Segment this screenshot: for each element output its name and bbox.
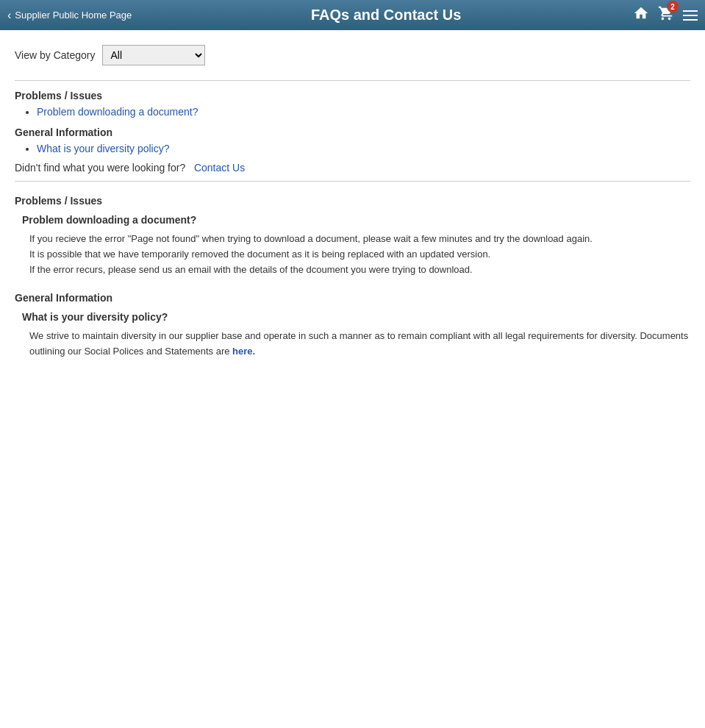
cart-badge: 2	[667, 1, 679, 13]
hamburger-icon	[683, 10, 698, 21]
toc-list-1: Problem downloading a document?	[15, 106, 690, 118]
contact-line: Didn't find what you were looking for? C…	[15, 162, 690, 174]
faq-question-2: What is your diversity policy?	[15, 311, 690, 323]
back-arrow-icon: ‹	[7, 9, 11, 22]
home-icon[interactable]	[633, 5, 649, 25]
diversity-link[interactable]: here.	[232, 346, 255, 357]
toc-section-2-heading: General Information	[15, 126, 690, 138]
detail-section-1-heading: Problems / Issues	[15, 195, 690, 207]
category-select[interactable]: All Problems / Issues General Informatio…	[102, 45, 205, 65]
contact-us-link[interactable]: Contact Us	[194, 162, 245, 174]
faq-question-1: Problem downloading a document?	[15, 214, 690, 226]
toc-list-2: What is your diversity policy?	[15, 143, 690, 154]
faq-answer-1: If you recieve the error "Page not found…	[15, 232, 690, 277]
divider-top	[15, 80, 690, 81]
list-item: What is your diversity policy?	[37, 143, 690, 154]
header-icons: 2	[633, 5, 698, 25]
detail-section-2-heading: General Information	[15, 292, 690, 304]
list-item: Problem downloading a document?	[37, 106, 690, 118]
toc-link-1[interactable]: Problem downloading a document?	[37, 106, 198, 118]
toc-section-1-heading: Problems / Issues	[15, 90, 690, 101]
divider-mid	[15, 181, 690, 182]
detail-section-1: Problems / Issues Problem downloading a …	[15, 195, 690, 277]
cart-icon[interactable]: 2	[658, 5, 674, 25]
faq-answer-2: We strive to maintain diversity in our s…	[15, 329, 690, 360]
filter-row: View by Category All Problems / Issues G…	[15, 45, 690, 65]
header: ‹ Supplier Public Home Page FAQs and Con…	[0, 0, 705, 30]
filter-label: View by Category	[15, 49, 95, 61]
faq-item-1: Problem downloading a document? If you r…	[15, 214, 690, 277]
back-button[interactable]: ‹ Supplier Public Home Page	[7, 9, 132, 22]
faq-item-2: What is your diversity policy? We strive…	[15, 311, 690, 360]
back-label: Supplier Public Home Page	[15, 10, 132, 21]
main-content: View by Category All Problems / Issues G…	[0, 30, 705, 389]
menu-icon[interactable]	[683, 10, 698, 21]
detail-section-2: General Information What is your diversi…	[15, 292, 690, 360]
toc-link-2[interactable]: What is your diversity policy?	[37, 143, 170, 154]
contact-prefix: Didn't find what you were looking for?	[15, 162, 185, 174]
page-title: FAQs and Contact Us	[139, 7, 633, 24]
